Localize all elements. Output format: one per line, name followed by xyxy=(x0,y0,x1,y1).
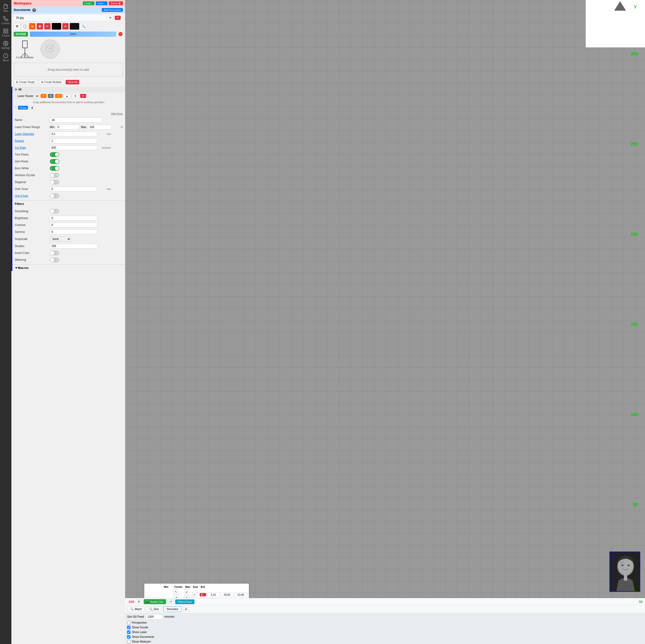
join-toggle[interactable]: ✓ xyxy=(50,159,59,164)
macros-header[interactable]: ▼ Macros xyxy=(12,264,125,271)
gcode-refresh-icon[interactable]: 🔴 xyxy=(118,32,123,36)
settings-gear-button[interactable]: ⚙ xyxy=(136,599,142,604)
verbose-toggle[interactable]: ✕ xyxy=(50,173,59,178)
create-multiple-label: Create Multiple xyxy=(44,80,62,83)
op-file-row: └ 26.jpg 🗑 xyxy=(15,105,123,110)
passes-input[interactable] xyxy=(50,139,97,143)
reset-button[interactable]: Reset 🗑 xyxy=(109,1,123,5)
grayscale-select[interactable]: none luminance average xyxy=(50,236,71,242)
clear-all-button[interactable]: Clear All xyxy=(66,80,79,84)
over-scan-input[interactable] xyxy=(50,187,97,191)
sidebar: Files Comms Control Settings About xyxy=(0,0,11,644)
sidebar-item-comms[interactable]: Comms xyxy=(0,14,11,27)
op-up-button[interactable]: ▲ xyxy=(63,94,70,98)
pos-x-max[interactable] xyxy=(234,593,247,597)
power-max-input[interactable] xyxy=(88,125,112,130)
op-power-button[interactable]: ⚡ xyxy=(55,94,62,98)
cut-rate-label[interactable]: Cut Rate xyxy=(15,146,48,149)
tool-paste-button[interactable]: 📋 xyxy=(21,23,28,30)
sidebar-item-control[interactable]: Control xyxy=(0,27,11,39)
hide-docs[interactable]: Hide Docs xyxy=(12,112,125,116)
show-documents-checkbox[interactable] xyxy=(127,635,131,639)
file-delete-button[interactable]: ✕ xyxy=(115,16,121,20)
sidebar-item-files[interactable]: Files xyxy=(0,2,11,14)
reset-view-button[interactable]: ↺ xyxy=(167,599,174,604)
invert-toggle[interactable]: ✕ xyxy=(50,251,59,255)
add-document-button[interactable]: Add Document xyxy=(102,8,123,12)
op-copy-button[interactable]: ⧉ xyxy=(48,94,54,98)
show-webcam-checkbox[interactable] xyxy=(127,640,131,643)
macros-collapse-icon: ▼ xyxy=(15,266,18,270)
tool-copy-button[interactable]: ⧉ xyxy=(14,23,20,30)
rot-nw-btn[interactable]: ↖ xyxy=(173,589,179,595)
tool-pen-button[interactable]: ✏ xyxy=(62,23,69,30)
a-axis-toggle[interactable]: ✕ xyxy=(50,194,59,198)
raster-opt-button[interactable]: 📷 Raster Opt. xyxy=(144,599,166,604)
tool-search-button[interactable]: 🔍 xyxy=(80,23,87,30)
file-eye-button[interactable]: 👁 xyxy=(107,16,114,20)
sim-g0-feed-input[interactable] xyxy=(146,614,163,619)
tool-edit-button[interactable]: ✏ xyxy=(44,23,51,30)
pos-x-min[interactable] xyxy=(207,593,220,597)
op-down-button[interactable]: ▼ xyxy=(72,94,79,98)
shades-input[interactable] xyxy=(50,244,97,248)
rot-sw-btn[interactable]: ↙ xyxy=(184,589,190,595)
tool-orange-button[interactable]: ⊖ xyxy=(29,23,36,30)
perspective-label: Perspective xyxy=(132,621,147,624)
tool-color-dark[interactable] xyxy=(70,23,79,30)
tab-doc[interactable]: 🔍 Doc xyxy=(146,606,162,612)
gcode-progress-bar: 100% xyxy=(30,31,116,37)
create-single-button[interactable]: ⊕ Create Single xyxy=(14,80,37,84)
save-button[interactable]: Save ↑ xyxy=(96,1,108,5)
filter-trace-button[interactable]: Filters/Trace xyxy=(175,599,194,604)
documents-help-icon[interactable]: ? xyxy=(32,8,36,12)
tab-exchange-button[interactable]: ⇄ xyxy=(183,607,189,612)
contrast-input[interactable] xyxy=(50,223,97,227)
show-laser-checkbox[interactable] xyxy=(127,631,131,634)
create-multiple-button[interactable]: ⊕ Create Multiple xyxy=(39,80,64,84)
load-button[interactable]: Load ↑ xyxy=(83,1,94,5)
settings-row-shades: Shades xyxy=(15,243,123,250)
diameter-input[interactable] xyxy=(50,132,97,136)
tab-mach[interactable]: 🔍 Mach xyxy=(127,606,145,612)
file-actions: 👁 ✕ xyxy=(107,16,121,20)
tab-simulator[interactable]: Simulator xyxy=(163,606,182,612)
cut-rate-input[interactable] xyxy=(50,145,97,150)
burn-white-toggle[interactable]: ✓ xyxy=(50,166,59,171)
op-collapse-icon[interactable]: ⊖ xyxy=(15,88,17,91)
svg-rect-14 xyxy=(41,40,59,58)
settings-row-name: Name xyxy=(15,117,123,124)
brightness-input[interactable] xyxy=(50,216,97,221)
documents-section: Documents ? Add Document xyxy=(11,7,125,13)
name-input[interactable] xyxy=(50,118,102,123)
sidebar-item-about[interactable]: About xyxy=(0,51,11,63)
tool-color-black[interactable] xyxy=(52,23,61,30)
perspective-checkbox[interactable] xyxy=(127,621,131,624)
op-file-name: 26.jpg xyxy=(19,106,27,109)
passes-label[interactable]: Passes xyxy=(15,139,48,143)
trim-toggle[interactable]: ✓ xyxy=(50,152,59,157)
diameter-setting-label[interactable]: Laser Diameter xyxy=(15,132,48,136)
gamma-input[interactable] xyxy=(50,230,97,234)
a-axis-label[interactable]: Use A Axis xyxy=(15,194,48,198)
show-gcode-checkbox[interactable] xyxy=(127,626,131,629)
grid-number-250: 250 xyxy=(631,142,638,147)
pos-x-center[interactable] xyxy=(221,593,234,597)
photo-overlay[interactable] xyxy=(609,552,640,592)
smoothing-label: Smoothing xyxy=(15,210,48,213)
op-type-select[interactable]: Laser Raster xyxy=(15,93,39,99)
tool-delete-button[interactable]: 🗑 xyxy=(36,23,43,30)
power-min-input[interactable] xyxy=(56,125,79,130)
op-delete-button[interactable]: ✕ xyxy=(80,94,86,98)
svg-point-31 xyxy=(46,51,46,51)
op-file-delete-button[interactable]: 🗑 xyxy=(29,105,35,110)
dithering-toggle[interactable]: ✕ xyxy=(50,257,59,262)
op-edit-button[interactable]: ✏ xyxy=(40,94,46,98)
show-laser-label: Show Laser xyxy=(132,631,147,634)
diagonal-toggle[interactable]: ✕ xyxy=(50,180,59,185)
rot-confirm-btn[interactable]: ✓ xyxy=(192,592,197,597)
op-file-area: └ 26.jpg 🗑 xyxy=(12,104,125,112)
sidebar-item-settings[interactable]: Settings xyxy=(0,39,11,51)
smoothing-toggle[interactable]: ✕ xyxy=(50,209,59,214)
svg-rect-45 xyxy=(624,574,627,581)
